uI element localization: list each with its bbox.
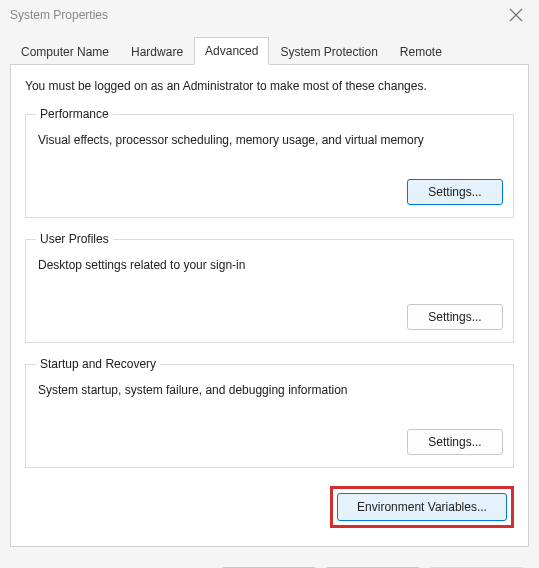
titlebar: System Properties	[0, 0, 539, 28]
tab-system-protection[interactable]: System Protection	[269, 38, 388, 65]
tab-remote[interactable]: Remote	[389, 38, 453, 65]
close-icon[interactable]	[509, 8, 523, 22]
group-startup-recovery-desc: System startup, system failure, and debu…	[38, 383, 503, 397]
group-user-profiles: User Profiles Desktop settings related t…	[25, 232, 514, 343]
dialog-button-row: OK Cancel Apply	[0, 557, 539, 568]
window-title: System Properties	[10, 8, 108, 22]
tab-computer-name[interactable]: Computer Name	[10, 38, 120, 65]
tab-hardware[interactable]: Hardware	[120, 38, 194, 65]
startup-recovery-settings-button[interactable]: Settings...	[407, 429, 503, 455]
env-var-highlight: Environment Variables...	[330, 486, 514, 528]
tabstrip: Computer Name Hardware Advanced System P…	[0, 28, 539, 64]
user-profiles-settings-button[interactable]: Settings...	[407, 304, 503, 330]
intro-text: You must be logged on as an Administrato…	[25, 79, 514, 93]
group-performance: Performance Visual effects, processor sc…	[25, 107, 514, 218]
env-var-row: Environment Variables...	[25, 486, 514, 528]
tab-content-advanced: You must be logged on as an Administrato…	[10, 64, 529, 547]
group-user-profiles-desc: Desktop settings related to your sign-in	[38, 258, 503, 272]
group-performance-desc: Visual effects, processor scheduling, me…	[38, 133, 503, 147]
group-startup-recovery: Startup and Recovery System startup, sys…	[25, 357, 514, 468]
group-performance-legend: Performance	[36, 107, 113, 121]
environment-variables-button[interactable]: Environment Variables...	[337, 493, 507, 521]
group-user-profiles-legend: User Profiles	[36, 232, 113, 246]
group-startup-recovery-legend: Startup and Recovery	[36, 357, 160, 371]
tab-advanced[interactable]: Advanced	[194, 37, 269, 65]
performance-settings-button[interactable]: Settings...	[407, 179, 503, 205]
